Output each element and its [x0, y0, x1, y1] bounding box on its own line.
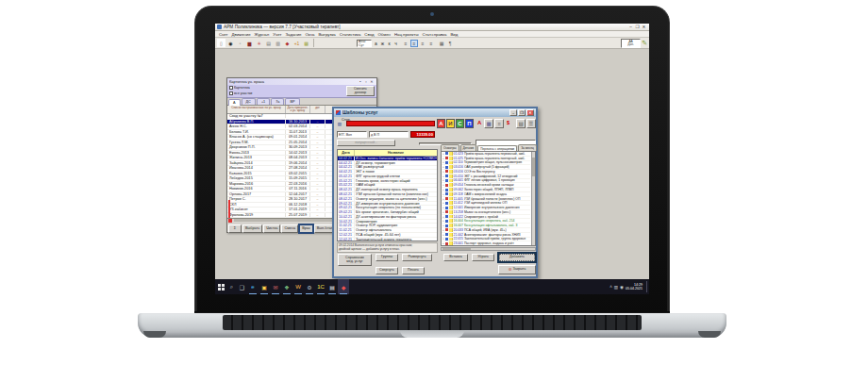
mail-icon[interactable]: ✉ [270, 279, 281, 294]
format-letter-button[interactable]: ж [379, 40, 386, 47]
patients-tab[interactable]: А [228, 99, 241, 106]
catalog-hscrollbar[interactable] [441, 247, 536, 251]
taskview-icon[interactable]: ❑ [237, 279, 247, 294]
tray-arrow-icon[interactable]: ˄ [609, 285, 612, 290]
minimize-button[interactable]: – [627, 25, 634, 29]
font-dropdown[interactable]: Arial Cyr [357, 40, 372, 47]
format-letter-button[interactable]: к [386, 40, 392, 47]
column-header-date[interactable]: Дата прикрепл. к уч. врачу [286, 106, 310, 113]
close-button[interactable]: ✕ [641, 25, 647, 29]
new-doc-icon[interactable]: ▯ [217, 39, 225, 47]
binoculars-icon[interactable]: ◉ [226, 39, 235, 47]
catalog-tab[interactable]: Детские [460, 144, 477, 151]
network-icon[interactable]: ▥ [614, 285, 618, 290]
list-icon[interactable]: ▤ [516, 119, 526, 128]
office-icon[interactable]: W [292, 279, 304, 294]
column-header-contract[interactable]: дог [310, 106, 326, 113]
patients-action-button[interactable]: Чистка [263, 224, 280, 233]
align-button[interactable]: ≡ [410, 40, 418, 47]
explorer-icon[interactable]: ▣ [259, 279, 270, 294]
letter-filter-button[interactable]: И [446, 119, 455, 128]
taskbar-clock[interactable]: 14:29 05.04.2021 [626, 283, 643, 291]
menu-item[interactable]: Счет [219, 32, 228, 37]
patients-tab[interactable]: +1 [257, 98, 270, 105]
format-letter-button[interactable]: а [373, 40, 379, 47]
start-button[interactable] [215, 279, 226, 294]
print-button[interactable]: Печать [402, 267, 425, 274]
letter-a-button[interactable]: А [477, 120, 481, 125]
copy-icon[interactable]: ▤ [264, 39, 273, 47]
snowflake-icon[interactable]: ✳ [255, 39, 263, 47]
collapse-button[interactable]: Свернуть [376, 267, 398, 274]
align-button[interactable]: ≡ [419, 40, 426, 47]
checkbox-icon[interactable] [229, 91, 233, 95]
menu-item[interactable]: Стат.справка [423, 32, 447, 37]
patients-tab[interactable]: ВР [285, 98, 299, 105]
table-icon[interactable]: ▦ [484, 119, 493, 128]
plus-one-icon[interactable]: +1 [292, 39, 301, 47]
catalog-vscrollbar[interactable] [531, 152, 535, 245]
column-header-name[interactable]: Список застрахованных по уч. врачу [227, 106, 286, 113]
patients-action-button[interactable]: Смена [281, 224, 298, 233]
menu-item[interactable]: Журнал [255, 32, 270, 37]
doc-icon[interactable]: ▥ [274, 39, 282, 47]
close-dialog-button[interactable]: ⊘ Закрыть [498, 265, 536, 274]
patients-action-button[interactable]: Врач [299, 224, 313, 233]
palette-icon[interactable]: ▩ [302, 39, 310, 47]
maximize-button[interactable]: ❐ [634, 25, 641, 29]
menu-item[interactable]: Свод [364, 32, 374, 37]
menu-item[interactable]: Выгрузка [318, 32, 335, 37]
photos-icon[interactable]: ❖ [281, 279, 292, 294]
volume-icon[interactable]: ◉ [620, 285, 624, 290]
pencil-icon[interactable]: ✎ [642, 40, 647, 47]
format-extra-button[interactable]: ¶ [446, 40, 454, 47]
menu-item[interactable]: Движение [232, 32, 251, 37]
list-item[interactable]: 12.02.21 Заключительный осмотр терапевта [338, 238, 437, 241]
plan-column-name[interactable]: Название [355, 150, 437, 156]
patients-hscrollbar[interactable] [234, 219, 347, 222]
menu-item[interactable]: Задания [285, 32, 301, 37]
format-letter-button[interactable]: ч [392, 40, 399, 47]
plan-column-date[interactable]: Дата [338, 150, 355, 156]
save-icon[interactable]: ▫ [236, 39, 244, 47]
align-button[interactable]: ≡ [427, 40, 435, 47]
one-c-icon[interactable]: 1С [315, 279, 326, 294]
book-icon[interactable]: ▆ [245, 39, 254, 47]
remove-button[interactable]: Убрать [472, 254, 494, 261]
groups-button[interactable]: Группы [376, 254, 398, 261]
dialog-maximize-button[interactable]: ❐ [518, 109, 526, 116]
menu-item[interactable]: Окна [305, 32, 314, 37]
patients-action-button[interactable]: Выбрать [242, 224, 262, 233]
list-item[interactable]: + 23.001 Паспорт здоровья, выдача и учёт [442, 241, 530, 246]
card-icon[interactable]: ⌗ [494, 119, 504, 128]
menu-item[interactable]: Обмен [377, 32, 390, 37]
notepad-icon[interactable]: ▤ [326, 279, 338, 294]
scroll-thumb[interactable] [532, 158, 536, 176]
dialog-minimize-button[interactable]: – [509, 109, 517, 116]
letter-filter-button[interactable]: П [465, 119, 474, 128]
catalog-tab[interactable]: За месяц [518, 144, 537, 151]
show-desktop-button[interactable] [646, 281, 648, 292]
menu-icon[interactable]: ☰ [526, 119, 536, 128]
patients-tab[interactable]: ДС [242, 98, 256, 105]
zoom-box[interactable]: АА Доп. [621, 39, 641, 48]
diamond-icon[interactable]: ◆ [283, 39, 292, 47]
letter-filter-button[interactable]: С [456, 119, 464, 128]
menu-item[interactable]: Нац.проекты [394, 32, 419, 37]
patients-tab[interactable]: 7а [271, 98, 284, 105]
add-button[interactable]: Добавить [498, 253, 536, 262]
name-field[interactable]: д В П [369, 131, 409, 138]
settings-icon[interactable]: ⚙ [304, 279, 315, 294]
menu-item[interactable]: Вид [450, 32, 458, 37]
insert-button[interactable]: Вставка [443, 254, 468, 261]
dollar-button[interactable]: $ [507, 120, 509, 125]
catalog-tab[interactable]: Осмотры [441, 144, 459, 151]
loaded-button[interactable]: запущенный... [337, 140, 395, 146]
scroll-thumb[interactable] [442, 248, 471, 250]
letter-filter-button[interactable]: А [437, 119, 445, 128]
align-button[interactable]: ≡ [402, 40, 409, 47]
change-contract-button[interactable]: Сменитьдоговор [346, 86, 375, 96]
menu-item[interactable]: Учет [273, 32, 281, 37]
reference-button[interactable]: Справочникмед. услуг [338, 254, 372, 266]
mis-icon[interactable]: ◆ [338, 279, 349, 294]
